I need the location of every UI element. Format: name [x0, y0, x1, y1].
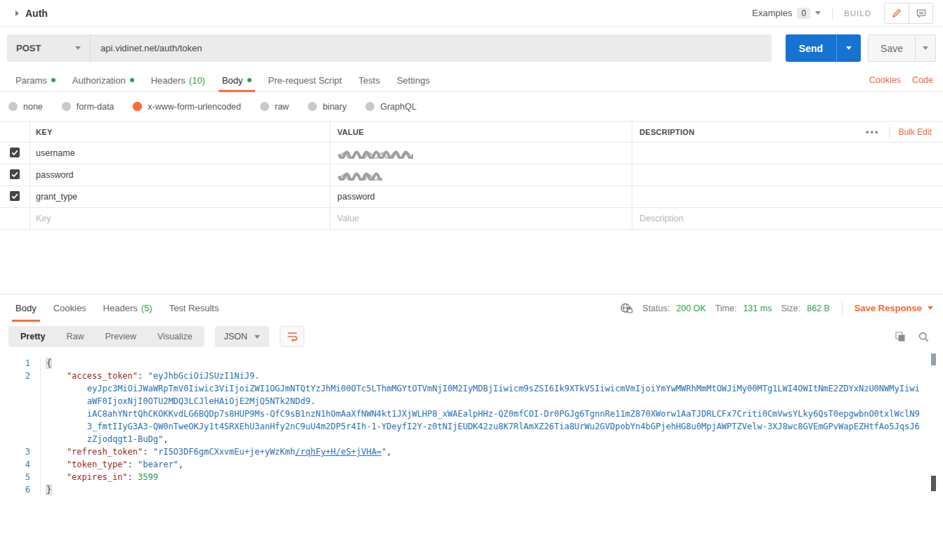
code-text[interactable]: "refresh_token": "rI5O3DF6gmCXxvmEu+je+y… — [41, 445, 391, 458]
body-mode-raw[interactable]: raw — [260, 102, 289, 112]
cookies-link[interactable]: Cookies — [869, 75, 901, 85]
tab-label: Headers — [103, 303, 138, 313]
bulk-edit-link[interactable]: Bulk Edit — [899, 127, 936, 137]
request-url-row: POST Send Save — [0, 27, 943, 69]
body-mode-binary[interactable]: binary — [308, 102, 346, 112]
comment-icon[interactable] — [909, 4, 932, 23]
view-tab-pretty[interactable]: Pretty — [10, 326, 56, 347]
scrollbar-mark[interactable] — [931, 476, 936, 491]
code-text[interactable]: aWF0IjoxNjI0OTU2MDQ3LCJleHAiOjE2MjQ5NTk2… — [41, 395, 316, 408]
tab-settings[interactable]: Settings — [389, 69, 438, 91]
url-input[interactable] — [91, 34, 772, 62]
tab-tests[interactable]: Tests — [350, 69, 388, 91]
view-tab-raw[interactable]: Raw — [56, 326, 94, 347]
tab-label: Authorization — [72, 75, 126, 86]
search-icon[interactable] — [918, 332, 929, 342]
view-tab-visualize[interactable]: Visualize — [147, 326, 203, 347]
save-button[interactable]: Save — [868, 34, 916, 62]
send-options-button[interactable] — [836, 34, 861, 62]
column-header-description-label: DESCRIPTION — [639, 128, 694, 136]
token-str: 3_fmtIIyG3A3-QW0nTweOKJy1t4SRXEhU3anHfy2… — [87, 422, 920, 431]
code-line: 2"access_token": "eyJhbGciOiJSUzI1NiJ9. — [0, 370, 943, 382]
save-options-button[interactable] — [916, 34, 936, 62]
scrollbar-thumb[interactable] — [931, 353, 936, 365]
code-line: 3"refresh_token": "rI5O3DF6gmCXxvmEu+je+… — [0, 445, 943, 458]
code-text[interactable]: 3_fmtIIyG3A3-QW0nTweOKJy1t4SRXEhU3anHfy2… — [41, 420, 920, 433]
examples-dropdown[interactable]: Examples 0 — [752, 8, 821, 19]
wrap-lines-button[interactable] — [280, 326, 304, 347]
param-value-input[interactable]: Value — [330, 208, 632, 229]
code-line: 5"expires_in": 3599 — [0, 471, 943, 483]
size-label: Size: — [781, 304, 800, 313]
tab-body[interactable]: Body — [7, 294, 45, 322]
param-description-cell[interactable] — [632, 143, 943, 164]
param-description-cell[interactable] — [632, 186, 943, 207]
code-text[interactable]: iAC8ahYNrtQhCKOKKvdLG6BQDp7s8HUP9Ms-QfC9… — [41, 408, 920, 420]
param-description-input[interactable]: Description — [632, 208, 943, 229]
copy-icon[interactable] — [895, 332, 906, 342]
body-mode-label: x-www-form-urlencoded — [148, 102, 241, 112]
param-value-cell[interactable]: password — [330, 186, 632, 207]
checkbox-column-header — [0, 122, 30, 142]
more-options-icon[interactable]: ••• — [866, 126, 880, 137]
format-select[interactable]: JSON — [215, 326, 269, 347]
tab-test-results[interactable]: Test Results — [161, 294, 228, 322]
token-str: aWF0IjoxNjI0OTU2MDQ3LCJleHAiOjE2MjQ5NTk2… — [87, 396, 316, 406]
code-link[interactable]: Code — [912, 75, 933, 85]
view-tab-preview[interactable]: Preview — [94, 326, 146, 347]
tab-pre-request-script[interactable]: Pre-request Script — [260, 69, 351, 91]
save-response-button[interactable]: Save Response — [854, 303, 936, 313]
param-value-cell[interactable] — [330, 164, 632, 185]
params-header-row: KEYVALUEDESCRIPTION•••Bulk Edit — [0, 122, 943, 143]
divider — [832, 7, 833, 20]
redacted-scribble — [337, 150, 413, 159]
tab-params[interactable]: Params — [7, 69, 64, 91]
code-text[interactable]: "expires_in": 3599 — [41, 471, 158, 483]
request-tabs-bar: ParamsAuthorizationHeaders(10)BodyPre-re… — [0, 69, 943, 92]
method-select[interactable]: POST — [7, 34, 91, 62]
method-value: POST — [16, 43, 41, 53]
chevron-down-icon — [923, 46, 928, 50]
param-key-cell[interactable]: grant_type — [30, 186, 330, 207]
tab-headers[interactable]: Headers(10) — [143, 69, 214, 91]
checkbox-checked-icon[interactable] — [10, 191, 20, 203]
body-mode-label: binary — [323, 102, 346, 112]
send-button[interactable]: Send — [786, 34, 836, 62]
param-key-cell[interactable]: password — [30, 164, 330, 185]
checkbox-checked-icon[interactable] — [10, 169, 20, 181]
edit-pencil-icon[interactable] — [885, 4, 909, 23]
save-label: Save — [880, 43, 903, 54]
body-mode-graphql[interactable]: GraphQL — [365, 102, 416, 112]
tab-authorization[interactable]: Authorization — [64, 69, 143, 91]
time-label: Time: — [715, 304, 737, 313]
body-mode-none[interactable]: none — [8, 102, 43, 112]
chevron-down-icon — [254, 335, 260, 339]
param-key-input[interactable]: Key — [30, 208, 330, 229]
format-value: JSON — [224, 332, 247, 341]
tab-headers[interactable]: Headers(5) — [95, 294, 161, 322]
token-pun: : — [128, 460, 138, 469]
collection-chevron-icon[interactable] — [15, 11, 19, 16]
param-key-cell[interactable]: username — [30, 143, 330, 164]
topbar-icon-group — [884, 3, 933, 24]
param-description-cell[interactable] — [632, 164, 943, 185]
body-mode-form-data[interactable]: form-data — [62, 102, 115, 112]
code-text[interactable]: "access_token": "eyJhbGciOiJSUzI1NiJ9. — [41, 370, 259, 382]
tab-label: Body — [15, 303, 37, 313]
body-mode-x-www-form-urlencoded[interactable]: x-www-form-urlencoded — [133, 102, 241, 112]
radio-selected-icon — [133, 102, 142, 111]
code-text[interactable]: eyJpc3MiOiJWaWRpTmV0Iiwic3ViIjoiZWI1OGJm… — [41, 382, 920, 395]
token-key: "expires_in" — [67, 472, 128, 482]
tab-label: Pre-request Script — [268, 75, 342, 86]
tab-cookies[interactable]: Cookies — [45, 294, 95, 322]
build-label: BUILD — [844, 9, 871, 18]
code-text[interactable]: } — [41, 483, 51, 496]
request-tab-links: Cookies Code — [869, 69, 936, 91]
tab-body[interactable]: Body — [214, 69, 260, 91]
checkbox-checked-icon[interactable] — [10, 148, 20, 159]
code-text[interactable]: { — [41, 357, 51, 370]
code-text[interactable]: "token_type": "bearer", — [41, 458, 183, 471]
token-str: "eyJhbGciOiJSUzI1NiJ9. — [148, 371, 260, 381]
param-value-cell[interactable] — [330, 143, 632, 164]
code-text[interactable]: zZjodqgt1-BuDg", — [41, 433, 168, 445]
